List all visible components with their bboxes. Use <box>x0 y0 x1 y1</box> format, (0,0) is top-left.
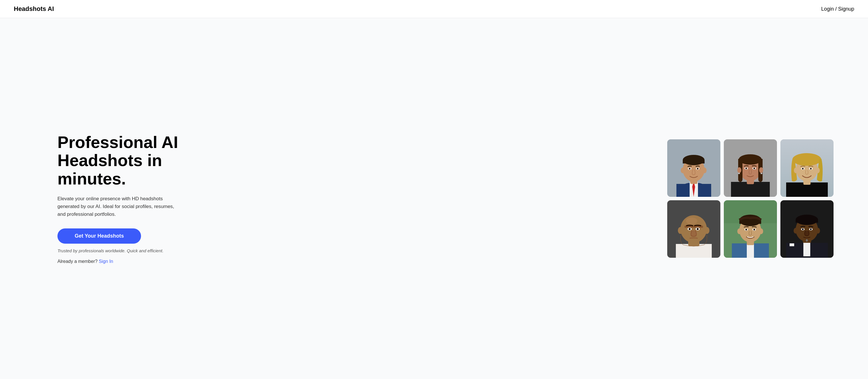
nav-logo: Headshots AI <box>14 5 54 12</box>
svg-point-57 <box>697 228 699 230</box>
svg-point-42 <box>810 168 812 170</box>
svg-point-73 <box>737 228 741 234</box>
svg-point-70 <box>745 229 747 230</box>
svg-point-59 <box>704 227 709 234</box>
svg-rect-82 <box>803 240 810 256</box>
hero-subtext: Elevate your online presence with HD hea… <box>57 195 178 218</box>
svg-point-14 <box>703 168 707 173</box>
get-headshots-button[interactable]: Get Your Headshots <box>57 228 141 244</box>
svg-rect-8 <box>683 160 705 164</box>
hero-headline: Professional AI Headshots in minutes. <box>57 133 201 188</box>
svg-point-40 <box>802 168 804 170</box>
headshot-photo-1 <box>667 139 720 197</box>
login-signup-link[interactable]: Login / Signup <box>821 6 854 12</box>
svg-point-55 <box>689 228 691 230</box>
svg-point-52 <box>686 217 698 225</box>
photo-grid <box>667 139 834 258</box>
svg-point-45 <box>794 168 798 173</box>
svg-rect-68 <box>739 220 761 224</box>
svg-rect-38 <box>795 156 818 162</box>
headshot-photo-2 <box>724 139 777 197</box>
svg-rect-86 <box>796 220 818 223</box>
svg-point-91 <box>794 228 798 234</box>
svg-point-31 <box>759 167 763 173</box>
svg-point-90 <box>810 228 812 230</box>
svg-point-13 <box>681 168 685 173</box>
headshot-photo-3 <box>780 139 834 197</box>
trusted-text: Trusted by professionals worldwide. Quic… <box>57 248 201 253</box>
svg-point-25 <box>745 168 747 169</box>
svg-point-88 <box>802 228 804 230</box>
svg-point-72 <box>753 229 755 230</box>
headshot-photo-4 <box>667 200 720 258</box>
main-content: Professional AI Headshots in minutes. El… <box>0 18 868 379</box>
svg-point-75 <box>746 237 747 238</box>
headshot-photo-5 <box>724 200 777 258</box>
svg-point-27 <box>753 168 755 169</box>
svg-point-92 <box>816 228 820 234</box>
svg-rect-80 <box>789 243 794 246</box>
svg-point-76 <box>754 237 755 238</box>
svg-point-10 <box>689 168 690 170</box>
member-text: Already a member? Sign In <box>57 259 201 264</box>
svg-point-74 <box>759 228 763 234</box>
svg-point-30 <box>737 167 741 173</box>
svg-point-58 <box>678 227 683 234</box>
svg-point-46 <box>816 168 820 173</box>
hero-left: Professional AI Headshots in minutes. El… <box>57 133 201 264</box>
sign-in-link[interactable]: Sign In <box>99 259 113 264</box>
headshot-photo-6 <box>780 200 834 258</box>
navbar: Headshots AI Login / Signup <box>0 0 868 18</box>
svg-point-12 <box>697 168 699 170</box>
